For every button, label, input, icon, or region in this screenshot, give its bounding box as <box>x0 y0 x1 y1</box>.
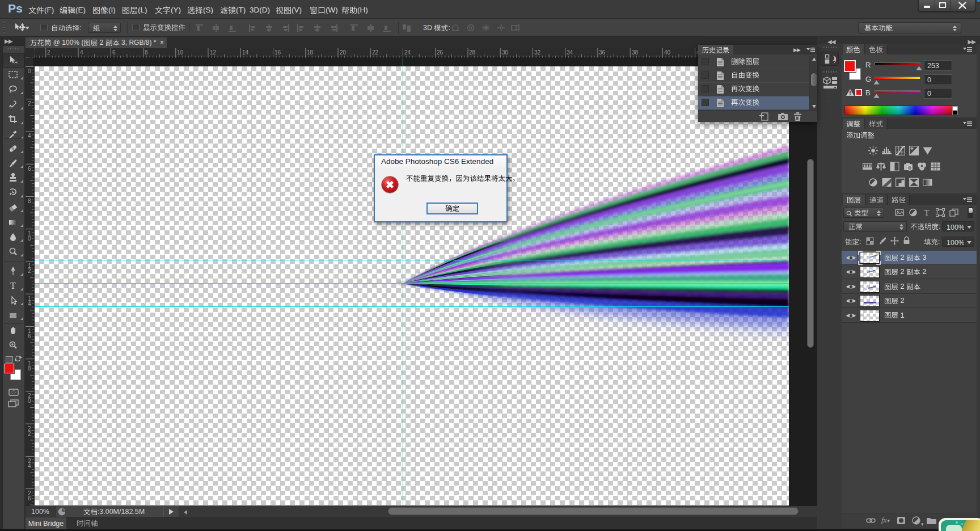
svg-text:T: T <box>924 208 929 217</box>
svg-text:T: T <box>10 281 16 290</box>
